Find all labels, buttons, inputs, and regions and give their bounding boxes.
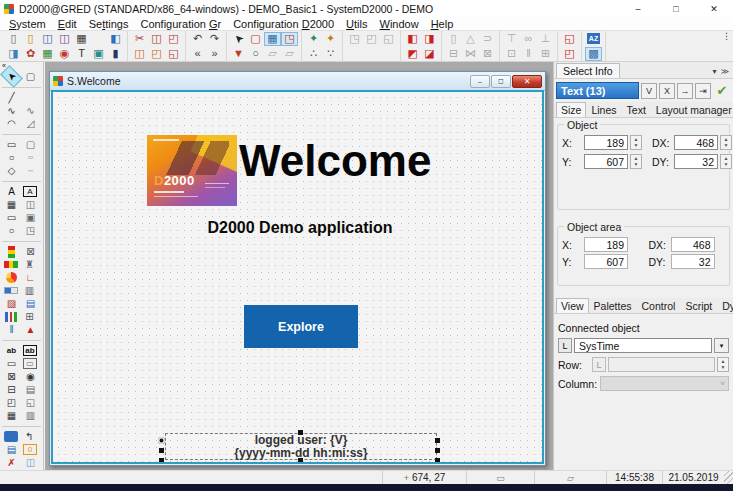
palette-window[interactable]: ✿ bbox=[22, 47, 39, 61]
send-backward[interactable]: ◪ bbox=[421, 47, 438, 61]
ring-tool[interactable]: ○ bbox=[2, 224, 21, 237]
rectangle-tool[interactable]: ▭ bbox=[2, 138, 21, 151]
connect-graph[interactable]: ✦ bbox=[322, 32, 339, 46]
save[interactable]: ◫ bbox=[39, 32, 56, 46]
arc-fill-tool[interactable]: ◿ bbox=[21, 117, 40, 130]
field-value[interactable]: 189 bbox=[584, 135, 628, 150]
window-tool[interactable]: ◫ bbox=[21, 456, 40, 469]
open[interactable]: ▯ bbox=[22, 32, 39, 46]
field-spinner[interactable]: ▲▼ bbox=[720, 154, 732, 169]
histogram-tool[interactable]: ⊞ bbox=[20, 310, 39, 323]
connect-objects[interactable]: ✦ bbox=[305, 32, 322, 46]
tower-tool[interactable]: ♜ bbox=[20, 258, 39, 271]
column-combo[interactable]: ˅ bbox=[600, 376, 729, 391]
picture-window-titlebar[interactable]: S.Welcome – ◻ ✕ bbox=[50, 72, 545, 91]
connected-object-field[interactable]: SysTime bbox=[574, 338, 712, 353]
same-width[interactable]: ⊟ bbox=[445, 47, 462, 61]
pause-display-tool[interactable]: ‖ bbox=[2, 323, 21, 336]
radio-button-tool[interactable]: ◉ bbox=[21, 370, 40, 383]
checkbox-tool[interactable]: ⊠ bbox=[2, 370, 21, 383]
numeric-tool[interactable]: 0 bbox=[23, 444, 37, 455]
minimize-button[interactable]: – bbox=[619, 0, 657, 17]
row-spinner[interactable]: ▲▼ bbox=[717, 357, 729, 372]
panel-pin-icon[interactable]: ≫ bbox=[721, 67, 729, 76]
delete-button[interactable]: X bbox=[659, 83, 675, 99]
object-dropdown-button[interactable]: ▾ bbox=[714, 338, 729, 353]
diamond-tool[interactable]: ◇ bbox=[2, 164, 21, 177]
maximize-button[interactable]: □ bbox=[657, 0, 695, 17]
menu-settings[interactable]: Settings bbox=[83, 18, 135, 30]
snap-on[interactable]: ◳ bbox=[281, 32, 298, 46]
zoom[interactable]: ○ bbox=[247, 47, 264, 61]
apply-check-icon[interactable]: ✔ bbox=[713, 83, 731, 99]
button-tool[interactable]: ▭ bbox=[2, 357, 21, 370]
prev[interactable]: « bbox=[189, 47, 206, 61]
rounded-rect-tool[interactable]: ▢ bbox=[21, 138, 40, 151]
circle-tool[interactable]: ○ bbox=[2, 151, 21, 164]
pattern-tool[interactable]: ▨ bbox=[2, 297, 21, 310]
picture-close-button[interactable]: ✕ bbox=[512, 75, 542, 88]
print[interactable]: ▦ bbox=[73, 32, 90, 46]
align-left[interactable]: ▯ bbox=[445, 32, 462, 46]
windows-tool[interactable]: ◫ bbox=[21, 198, 40, 211]
close-button[interactable]: ✕ bbox=[695, 0, 733, 17]
tab-folder-tool[interactable]: ◰ bbox=[2, 396, 21, 409]
distribute[interactable]: ⊞ bbox=[537, 47, 554, 61]
text-tool[interactable]: A bbox=[2, 185, 21, 198]
notebook-tool[interactable]: ◱ bbox=[21, 396, 40, 409]
graph-tool[interactable]: ∟ bbox=[21, 271, 40, 284]
textbox-tool[interactable]: A bbox=[23, 186, 37, 197]
snap-target[interactable]: ◉ bbox=[56, 47, 73, 61]
report-tool[interactable]: ▤ bbox=[2, 443, 21, 456]
selection-handle[interactable] bbox=[435, 438, 440, 443]
center-v[interactable]: ‖ bbox=[520, 47, 537, 61]
paste[interactable]: ◰ bbox=[165, 32, 182, 46]
box-indicator-tool[interactable]: ⊠ bbox=[21, 245, 40, 258]
paste-special[interactable]: ◰ bbox=[148, 47, 165, 61]
menu-help[interactable]: Help bbox=[425, 18, 460, 30]
tab-palettes[interactable]: Palettes bbox=[589, 298, 637, 313]
picture-window[interactable]: ◧ bbox=[107, 32, 124, 46]
tab-text[interactable]: Text bbox=[622, 102, 651, 117]
entry-field-tool[interactable]: ab bbox=[23, 345, 37, 356]
field-value[interactable]: 468 bbox=[674, 135, 718, 150]
delete-tool[interactable]: ✗ bbox=[2, 456, 21, 469]
selection-summary[interactable]: Text (13) bbox=[556, 82, 639, 99]
ellipse-tool[interactable]: ○ bbox=[21, 154, 40, 161]
table-tool[interactable]: ▦ bbox=[2, 409, 21, 422]
text-settings[interactable]: T bbox=[73, 47, 90, 61]
eraser[interactable]: ▱ bbox=[264, 47, 281, 61]
alarm-tool[interactable]: ▲ bbox=[21, 323, 40, 336]
tab-view[interactable]: View bbox=[556, 298, 589, 313]
selection-handle-anchor[interactable] bbox=[158, 437, 165, 444]
object-ref-button[interactable]: L bbox=[558, 338, 572, 353]
redo[interactable]: ↷ bbox=[206, 32, 223, 46]
selection-handle[interactable] bbox=[298, 430, 303, 435]
bar-indicator-tool[interactable] bbox=[4, 261, 18, 268]
group[interactable]: ◳ bbox=[346, 32, 363, 46]
menu-utils[interactable]: Utils bbox=[340, 18, 373, 30]
regroup[interactable]: ◱ bbox=[380, 32, 397, 46]
tab-dynamics[interactable]: Dynamics bbox=[717, 298, 733, 313]
select-area[interactable]: ▢ bbox=[247, 32, 264, 46]
field-spinner[interactable]: ▲▼ bbox=[720, 135, 732, 150]
auto-name[interactable]: AZ bbox=[587, 33, 600, 44]
grid-settings[interactable]: ▦ bbox=[39, 47, 56, 61]
ruler-tool[interactable]: ▥ bbox=[20, 284, 39, 297]
row-ref-button[interactable]: L bbox=[592, 357, 606, 372]
resize-grip[interactable] bbox=[724, 471, 733, 484]
show-grid[interactable]: ▩ bbox=[585, 47, 602, 61]
menu-configuration-gr[interactable]: Configuration Gr bbox=[134, 18, 227, 30]
ungroup[interactable]: ◰ bbox=[363, 32, 380, 46]
bar-graph-tool[interactable] bbox=[5, 312, 17, 322]
menu-window[interactable]: Window bbox=[374, 18, 425, 30]
brochure-image[interactable]: D2000 bbox=[147, 135, 237, 206]
last-object-button[interactable]: ⇥ bbox=[695, 83, 711, 99]
copy[interactable]: ◫ bbox=[148, 32, 165, 46]
selection-handle[interactable] bbox=[435, 448, 440, 453]
value-button[interactable]: V bbox=[641, 83, 657, 99]
send-to-back[interactable]: ◨ bbox=[421, 32, 438, 46]
drawing-canvas[interactable]: D2000 Welcome D2000 Demo application Exp… bbox=[51, 90, 544, 464]
column-indicator-tool[interactable] bbox=[8, 246, 15, 258]
label-tool[interactable]: ab bbox=[2, 344, 21, 357]
